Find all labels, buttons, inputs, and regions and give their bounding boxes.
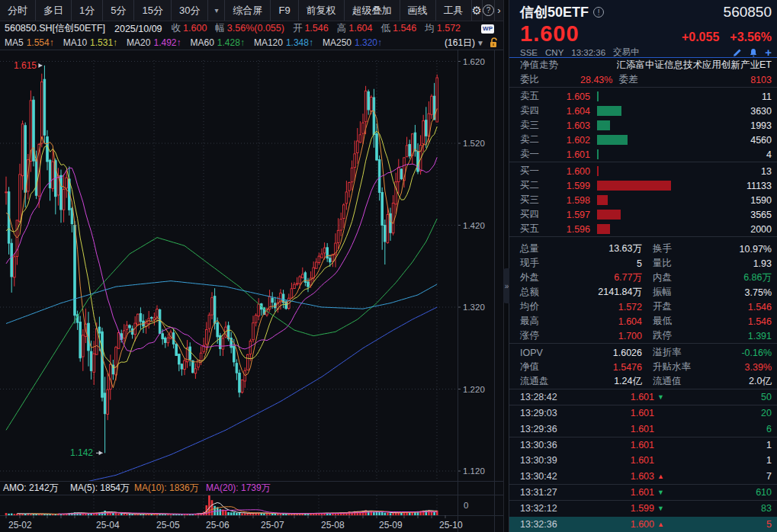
- iopv-block: IOPV1.6026溢折率-0.16%净值1.5476升贴水率3.39%流通盘1…: [509, 344, 777, 389]
- ma-item-ma5[interactable]: MA51.554↑: [5, 37, 54, 48]
- nav-row: 净值走势 汇添富中证信息技术应用创新产业ET: [509, 58, 777, 72]
- toolbar-tab-4[interactable]: 15分: [134, 0, 171, 21]
- stat-value: 1.24亿: [569, 375, 642, 388]
- toolbar-menu-1[interactable]: F9: [271, 0, 298, 21]
- depth-qty: 11133: [746, 181, 772, 191]
- tick-list[interactable]: 13:28:421.601▼5013:29:031.6012013:29:361…: [509, 389, 777, 532]
- ask-row-1[interactable]: 卖四1.6043630: [509, 104, 777, 118]
- depth-volume-bar: [597, 149, 599, 159]
- depth-volume-bar: [597, 210, 621, 220]
- weibi-row: 委比 28.43% 委差 8103: [509, 72, 777, 87]
- depth-bar-area: [597, 166, 772, 176]
- ma-item-ma60[interactable]: MA601.428↑: [191, 37, 245, 48]
- depth-bar-area: [597, 91, 772, 101]
- tick-row-0[interactable]: 13:28:421.601▼50: [509, 389, 777, 405]
- candlestick-chart[interactable]: 1.6201.5201.4201.3201.2201.1201.6151.142…: [0, 50, 503, 532]
- svg-text:1.320: 1.320: [463, 303, 485, 312]
- edit-pencil-icon[interactable]: [733, 48, 742, 57]
- stat-label: 振幅: [653, 286, 709, 299]
- stats-row-4: 均价1.572开盘1.546: [509, 300, 777, 314]
- help-icon[interactable]: ?: [483, 0, 495, 21]
- ma-item-ma250[interactable]: MA2501.320↑: [323, 37, 382, 48]
- tick-row-2[interactable]: 13:29:361.6016: [509, 421, 777, 437]
- ask-row-4[interactable]: 卖一1.6014: [509, 147, 777, 162]
- stats-row-3: 总额2141.84万振幅3.75%: [509, 285, 777, 300]
- candles: [5, 66, 438, 453]
- tick-price: 1.601: [569, 440, 654, 450]
- tick-row-8[interactable]: 13:32:361.600▲5: [509, 517, 777, 532]
- bid-row-3[interactable]: 买四1.5973565: [509, 207, 777, 222]
- tick-time: 13:30:39: [520, 455, 569, 466]
- wp-doc-icon[interactable]: WP: [481, 24, 494, 34]
- bid-row-4[interactable]: 买五1.5962000: [509, 222, 777, 236]
- ma-value: 1.531↑: [90, 37, 117, 48]
- exchange-label: SSE: [520, 48, 538, 57]
- svg-text:MA(10): 1836万: MA(10): 1836万: [134, 482, 199, 493]
- toolbar-menu-0[interactable]: 综合屏: [225, 0, 271, 21]
- tick-row-7[interactable]: 13:32:121.599▼83: [509, 501, 777, 516]
- toolbar-tab-5[interactable]: 30分: [172, 0, 208, 21]
- settings-gear-icon[interactable]: ⚙: [472, 0, 483, 21]
- svg-text:1.142: 1.142: [70, 447, 93, 458]
- stat-value: 10.97%: [709, 244, 772, 255]
- tick-qty: 20: [668, 408, 772, 418]
- kline-svg[interactable]: 1.6201.5201.4201.3201.2201.1201.6151.142…: [0, 50, 503, 532]
- ask-row-2[interactable]: 卖三1.6031993: [509, 118, 777, 133]
- ma-item-ma120[interactable]: MA1201.348↑: [254, 37, 313, 48]
- bid-row-0[interactable]: 买一1.60013: [509, 164, 777, 178]
- depth-qty: 1590: [750, 195, 772, 206]
- depth-price: 1.601: [551, 149, 590, 160]
- ask-row-0[interactable]: 卖五1.60511: [509, 89, 777, 104]
- stat-value: 1.5476: [569, 362, 642, 373]
- depth-price: 1.600: [551, 166, 590, 177]
- ma-item-ma20[interactable]: MA201.492↑: [127, 37, 181, 48]
- tick-row-6[interactable]: 13:31:271.601▼610: [509, 485, 777, 501]
- svg-text:25-05: 25-05: [156, 520, 180, 530]
- quote-field-value: 1.546: [304, 23, 328, 34]
- tick-price: 1.601: [569, 487, 654, 498]
- ma-label: MA5: [5, 37, 24, 48]
- tick-price: 1.600: [569, 519, 654, 530]
- range-caret-icon[interactable]: ▼: [477, 39, 484, 47]
- period-dropdown-caret-icon[interactable]: ▾: [208, 0, 225, 21]
- info-icon[interactable]: !: [593, 7, 604, 18]
- depth-level-label: 买三: [520, 194, 551, 207]
- tick-row-1[interactable]: 13:29:031.60120: [509, 405, 777, 421]
- toolbar-tab-1[interactable]: 多日: [36, 0, 72, 21]
- ma-item-ma10[interactable]: MA101.531↑: [63, 37, 117, 48]
- quote-field-label: 高: [337, 23, 347, 34]
- toolbar-tab-3[interactable]: 5分: [103, 0, 134, 21]
- alert-bell-icon[interactable]: [749, 48, 758, 57]
- quote-field-value: 1.600: [183, 23, 207, 34]
- tick-time: 13:30:36: [520, 440, 569, 450]
- toolbar-menu-2[interactable]: 前复权: [299, 0, 345, 21]
- ask-row-3[interactable]: 卖二1.6024560: [509, 133, 777, 147]
- toolbar-menu-3[interactable]: 超级叠加: [345, 0, 400, 21]
- depth-bar-area: [597, 195, 772, 205]
- fund-full-name[interactable]: 汇添富中证信息技术应用创新产业ET: [617, 59, 772, 72]
- unlock-icon[interactable]: [489, 37, 499, 48]
- weicha-value: 8103: [750, 75, 772, 85]
- ma-value: 1.348↑: [286, 37, 313, 48]
- tick-row-4[interactable]: 13:30:391.6011: [509, 453, 777, 468]
- quote-field-value: 1.572: [437, 23, 461, 34]
- bid-row-2[interactable]: 买三1.5981590: [509, 193, 777, 207]
- depth-level-label: 买五: [520, 223, 551, 236]
- panel-splitter[interactable]: »: [503, 0, 509, 532]
- tick-time: 13:32:36: [520, 519, 569, 530]
- bid-row-1[interactable]: 买二1.59911133: [509, 178, 777, 193]
- stats-row-0: 总量13.63万换手10.97%: [509, 242, 777, 256]
- stat-value: 1.93: [709, 258, 772, 269]
- quote-field-value: 1.604: [348, 23, 372, 34]
- visible-range-label[interactable]: (161日): [445, 37, 475, 50]
- add-to-watchlist-icon[interactable]: +: [765, 48, 772, 57]
- toolbar-tab-2[interactable]: 1分: [72, 0, 103, 21]
- toolbar-tab-0[interactable]: 分时: [0, 0, 36, 21]
- toolbar-expand-chevron-icon[interactable]: ›: [495, 0, 503, 21]
- stat-value: 1.391: [709, 331, 772, 341]
- toolbar-menu-4[interactable]: 画线: [400, 0, 436, 21]
- tick-row-3[interactable]: 13:30:361.6011: [509, 437, 777, 453]
- tick-row-5[interactable]: 13:30:421.603▲7: [509, 469, 777, 485]
- tick-time: 13:31:27: [520, 487, 569, 498]
- toolbar-menu-5[interactable]: 工具: [436, 0, 472, 21]
